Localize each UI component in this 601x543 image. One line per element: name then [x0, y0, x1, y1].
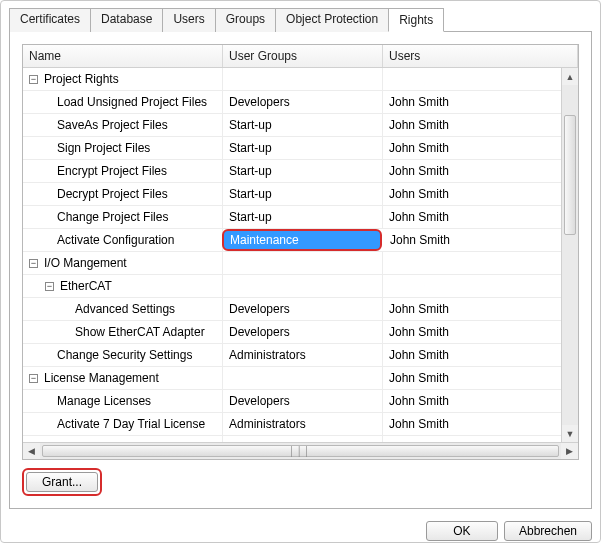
- cell-name[interactable]: Load Unsigned Project Files: [23, 91, 223, 113]
- cell-user-groups[interactable]: Start-up: [223, 137, 383, 159]
- table-row[interactable]: SaveAs Project FilesStart-upJohn Smith: [23, 114, 561, 137]
- cell-name[interactable]: Activate Configuration: [23, 229, 223, 251]
- horizontal-scrollbar[interactable]: ◀ │││ ▶: [23, 442, 578, 459]
- cell-user-groups[interactable]: Developers: [223, 390, 383, 412]
- cell-users[interactable]: John Smith: [383, 413, 561, 435]
- grant-button[interactable]: Grant...: [26, 472, 98, 492]
- cell-users[interactable]: John Smith: [383, 160, 561, 182]
- cell-name[interactable]: Decrypt Project Files: [23, 183, 223, 205]
- table-row[interactable]: Encrypt Project FilesStart-upJohn Smith: [23, 160, 561, 183]
- cell-name[interactable]: Activate 7 Day Trial License: [23, 413, 223, 435]
- cell-users[interactable]: John Smith: [383, 206, 561, 228]
- cell-name[interactable]: Encrypt Project Files: [23, 160, 223, 182]
- table-row[interactable]: Activate ConfigurationMaintenanceJohn Sm…: [23, 229, 561, 252]
- table-row[interactable]: Load Unsigned Project FilesDevelopersJoh…: [23, 91, 561, 114]
- cell-users[interactable]: John Smith: [383, 321, 561, 343]
- cell-user-groups[interactable]: [223, 367, 383, 389]
- row-label: Show EtherCAT Adapter: [75, 325, 205, 339]
- cell-users[interactable]: [383, 252, 561, 274]
- tree-toggle-icon[interactable]: −: [29, 374, 38, 383]
- grant-button-highlight: Grant...: [22, 468, 102, 496]
- tab-object-protection[interactable]: Object Protection: [275, 8, 389, 32]
- cell-users[interactable]: John Smith: [383, 298, 561, 320]
- scroll-left-icon[interactable]: ◀: [23, 443, 40, 460]
- row-label: Manage Licenses: [57, 394, 151, 408]
- scroll-right-icon[interactable]: ▶: [561, 443, 578, 460]
- cell-user-groups[interactable]: Developers: [223, 321, 383, 343]
- cell-name[interactable]: −EtherCAT: [23, 275, 223, 297]
- tree-toggle-icon[interactable]: −: [29, 75, 38, 84]
- tab-certificates[interactable]: Certificates: [9, 8, 91, 32]
- table-row[interactable]: −EtherCAT: [23, 275, 561, 298]
- tree-toggle-icon[interactable]: −: [45, 282, 54, 291]
- cell-users[interactable]: John Smith: [384, 229, 561, 251]
- cell-user-groups[interactable]: Start-up: [223, 206, 383, 228]
- cell-user-groups[interactable]: Start-up: [223, 160, 383, 182]
- row-label: License Management: [44, 371, 159, 385]
- hscroll-thumb[interactable]: │││: [42, 445, 559, 457]
- cell-name[interactable]: −Project Rights: [23, 68, 223, 90]
- table-row[interactable]: Manage LicensesDevelopersJohn Smith: [23, 390, 561, 413]
- tree-toggle-icon[interactable]: −: [29, 259, 38, 268]
- cell-users[interactable]: John Smith: [383, 390, 561, 412]
- cell-name[interactable]: Change Project Files: [23, 206, 223, 228]
- cell-users[interactable]: [383, 68, 561, 90]
- panel-bottom: Grant...: [22, 460, 579, 496]
- row-label: I/O Mangement: [44, 256, 127, 270]
- tab-groups[interactable]: Groups: [215, 8, 276, 32]
- cell-user-groups[interactable]: [223, 252, 383, 274]
- cell-user-groups[interactable]: Administrators: [223, 344, 383, 366]
- table-row[interactable]: Advanced SettingsDevelopersJohn Smith: [23, 298, 561, 321]
- scroll-down-icon[interactable]: ▼: [562, 425, 578, 442]
- tab-panel-rights: Name User Groups Users −Project RightsLo…: [9, 31, 592, 509]
- cell-users[interactable]: John Smith: [383, 344, 561, 366]
- cell-user-groups[interactable]: Developers: [223, 91, 383, 113]
- table-row[interactable]: Change Security SettingsAdministratorsJo…: [23, 344, 561, 367]
- cell-name[interactable]: −License Management: [23, 367, 223, 389]
- table-row[interactable]: Sign Project FilesStart-upJohn Smith: [23, 137, 561, 160]
- cell-user-groups[interactable]: Developers: [223, 298, 383, 320]
- row-label: Activate 7 Day Trial License: [57, 417, 205, 431]
- cell-name[interactable]: Sign Project Files: [23, 137, 223, 159]
- cancel-button[interactable]: Abbrechen: [504, 521, 592, 541]
- scroll-up-icon[interactable]: ▲: [562, 68, 578, 85]
- table-row[interactable]: −License ManagementJohn Smith: [23, 367, 561, 390]
- table-row[interactable]: Show EtherCAT AdapterDevelopersJohn Smit…: [23, 321, 561, 344]
- row-label: Change Security Settings: [57, 348, 192, 362]
- cell-user-groups[interactable]: [223, 275, 383, 297]
- table-row[interactable]: Change Project FilesStart-upJohn Smith: [23, 206, 561, 229]
- cell-name[interactable]: −I/O Mangement: [23, 252, 223, 274]
- table-row[interactable]: Decrypt Project FilesStart-upJohn Smith: [23, 183, 561, 206]
- col-header-users[interactable]: Users: [383, 45, 578, 67]
- cell-user-groups[interactable]: Start-up: [223, 114, 383, 136]
- cell-name[interactable]: Change Security Settings: [23, 344, 223, 366]
- tab-database[interactable]: Database: [90, 8, 163, 32]
- row-label: Advanced Settings: [75, 302, 175, 316]
- cell-name[interactable]: Show EtherCAT Adapter: [23, 321, 223, 343]
- table-row[interactable]: Activate 7 Day Trial LicenseAdministrato…: [23, 413, 561, 436]
- cell-name[interactable]: Advanced Settings: [23, 298, 223, 320]
- row-label: Change Project Files: [57, 210, 168, 224]
- tab-users[interactable]: Users: [162, 8, 215, 32]
- cell-name[interactable]: SaveAs Project Files: [23, 114, 223, 136]
- cell-users[interactable]: [383, 275, 561, 297]
- cell-user-groups[interactable]: Start-up: [223, 183, 383, 205]
- table-row[interactable]: −I/O Mangement: [23, 252, 561, 275]
- row-label: EtherCAT: [60, 279, 112, 293]
- col-header-name[interactable]: Name: [23, 45, 223, 67]
- cell-users[interactable]: John Smith: [383, 367, 561, 389]
- cell-name[interactable]: Manage Licenses: [23, 390, 223, 412]
- cell-user-groups[interactable]: Maintenance: [222, 229, 382, 251]
- cell-users[interactable]: John Smith: [383, 183, 561, 205]
- cell-user-groups[interactable]: [223, 68, 383, 90]
- vertical-scrollbar[interactable]: ▲ ▼: [561, 68, 578, 442]
- col-header-user-groups[interactable]: User Groups: [223, 45, 383, 67]
- cell-users[interactable]: John Smith: [383, 114, 561, 136]
- ok-button[interactable]: OK: [426, 521, 498, 541]
- cell-user-groups[interactable]: Administrators: [223, 413, 383, 435]
- table-row[interactable]: −Project Rights: [23, 68, 561, 91]
- cell-users[interactable]: John Smith: [383, 137, 561, 159]
- tab-rights[interactable]: Rights: [388, 8, 444, 32]
- cell-users[interactable]: John Smith: [383, 91, 561, 113]
- scroll-thumb[interactable]: [564, 115, 576, 235]
